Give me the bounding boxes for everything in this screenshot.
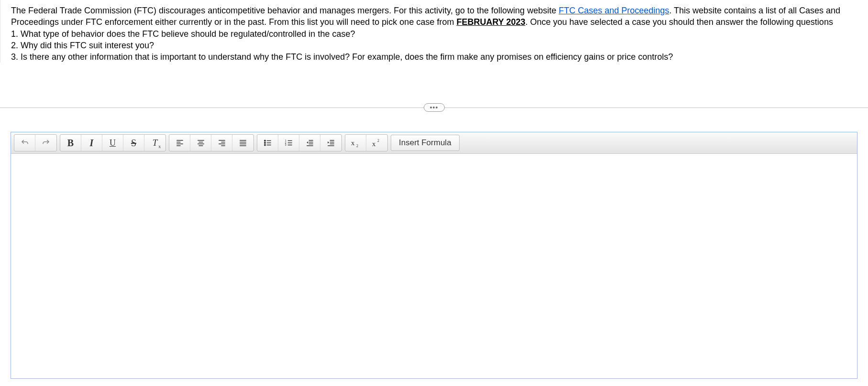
align-group [169,134,254,151]
italic-button[interactable]: I [81,135,102,151]
outdent-button[interactable] [299,135,320,151]
section-divider: ••• [0,103,868,113]
svg-text:x: x [351,139,355,147]
remove-format-button[interactable]: T [144,135,165,151]
numbered-list-button[interactable]: 123 [278,135,299,151]
subscript-icon: x2 [350,138,362,148]
align-right-button[interactable] [211,135,232,151]
superscript-button[interactable]: x2 [366,135,387,151]
rich-text-editor: B I U S T 123 [11,132,857,379]
svg-text:2: 2 [285,141,286,144]
align-center-button[interactable] [190,135,211,151]
numbered-list-icon: 123 [284,139,294,147]
question-3: 3. Is there any other information that i… [11,52,673,62]
align-justify-icon [238,139,248,147]
svg-text:x: x [372,140,376,148]
superscript-icon: x2 [371,138,383,148]
expand-toggle-button[interactable]: ••• [424,103,445,112]
bullet-list-button[interactable] [257,135,278,151]
prompt-text-3: . Once you have selected a case you shou… [525,17,833,27]
indent-icon [326,139,336,147]
question-prompt: The Federal Trade Commission (FTC) disco… [0,0,868,63]
svg-point-16 [264,140,265,141]
svg-text:3: 3 [285,143,286,146]
question-1: 1. What type of behavior does the FTC be… [11,29,355,39]
history-group [14,134,57,151]
script-group: x2 x2 [345,134,388,151]
editor-textarea[interactable] [11,154,857,378]
align-center-icon [196,139,206,147]
undo-icon [20,139,30,147]
editor-toolbar: B I U S T 123 [11,132,857,154]
align-left-button[interactable] [169,135,190,151]
underline-button[interactable]: U [102,135,123,151]
undo-button[interactable] [14,135,35,151]
bullet-list-icon [263,139,273,147]
align-right-icon [217,139,227,147]
prompt-bold-date: FEBRUARY 2023 [456,17,525,27]
redo-button[interactable] [35,135,56,151]
outdent-icon [305,139,315,147]
insert-formula-button[interactable]: Insert Formula [391,135,460,151]
list-group: 123 [257,134,342,151]
remove-format-icon: T [153,138,158,148]
font-style-group: B I U S T [60,134,166,151]
svg-marker-37 [328,141,329,144]
svg-point-18 [264,145,265,146]
redo-icon [41,139,51,147]
strike-button[interactable]: S [123,135,144,151]
svg-text:1: 1 [285,139,286,142]
svg-point-17 [264,142,265,143]
question-2: 2. Why did this FTC suit interest you? [11,41,154,50]
svg-text:2: 2 [356,144,358,148]
bold-button[interactable]: B [60,135,81,151]
subscript-button[interactable]: x2 [345,135,366,151]
align-left-icon [175,139,185,147]
prompt-text-1: The Federal Trade Commission (FTC) disco… [11,6,559,15]
svg-text:2: 2 [377,139,379,143]
svg-marker-32 [307,141,308,144]
align-justify-button[interactable] [232,135,253,151]
ftc-link[interactable]: FTC Cases and Proceedings [559,6,669,15]
indent-button[interactable] [320,135,341,151]
